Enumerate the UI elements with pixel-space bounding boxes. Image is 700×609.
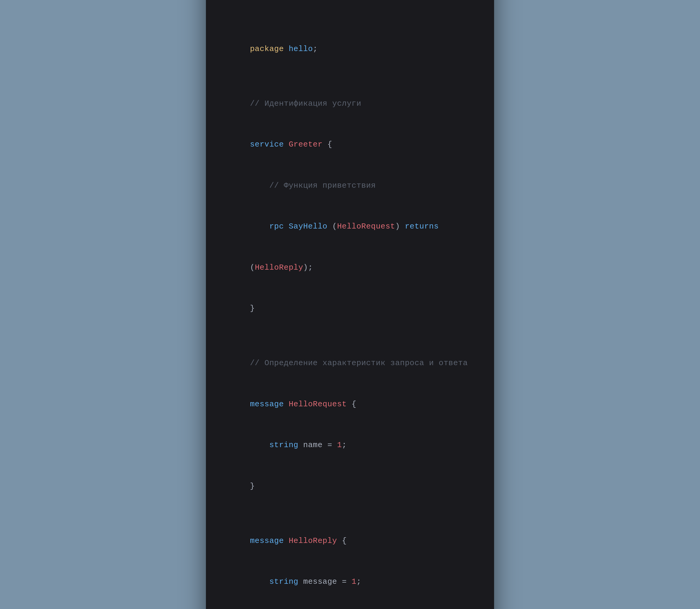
code-window: syntax = "proto3"; package hello; // Иде…: [206, 0, 494, 609]
empty-line: [221, 329, 479, 343]
code-line: message HelloRequest {: [221, 384, 479, 425]
code-line: package hello;: [221, 29, 479, 70]
code-line: }: [221, 466, 479, 507]
keyword-message: message: [250, 400, 284, 409]
code-line: string message = 1;: [221, 561, 479, 603]
empty-line: [221, 15, 479, 29]
keyword-package: package: [250, 45, 284, 53]
code-line: }: [221, 603, 479, 609]
keyword-message2: message: [250, 536, 284, 545]
keyword-rpc: rpc: [269, 222, 284, 231]
code-comment: // Функция приветствия: [221, 165, 479, 206]
code-comment: // Определение характеристик запроса и о…: [221, 343, 479, 384]
code-line: }: [221, 288, 479, 329]
code-line: rpc SayHello (HelloRequest) returns: [221, 206, 479, 247]
code-comment: // Идентификация услуги: [221, 83, 479, 124]
code-line: message HelloReply {: [221, 520, 479, 561]
keyword-string2: string: [269, 577, 298, 586]
keyword-service: service: [250, 140, 284, 149]
code-line: (HelloReply);: [221, 247, 479, 288]
code-editor: syntax = "proto3"; package hello; // Иде…: [206, 0, 494, 609]
code-line: string name = 1;: [221, 425, 479, 466]
keyword-string: string: [269, 440, 298, 450]
code-line: syntax = "proto3";: [221, 0, 479, 15]
empty-line: [221, 70, 479, 84]
empty-line: [221, 507, 479, 521]
code-line: service Greeter {: [221, 124, 479, 166]
